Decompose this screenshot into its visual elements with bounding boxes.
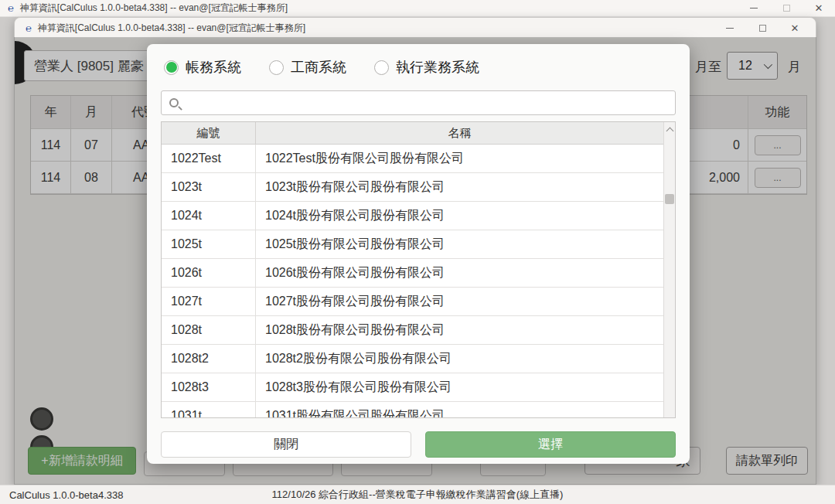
search-box — [161, 90, 676, 115]
company-name: 1028t2股份有限公司股份有限公司 — [256, 345, 663, 373]
radio-accounting-system[interactable]: 帳務系統 — [164, 58, 241, 77]
company-name: 1027t股份有限公司股份有限公司 — [256, 288, 663, 315]
company-code: 1027t — [162, 288, 256, 315]
close-button[interactable]: ✕ — [803, 0, 835, 16]
maximize-icon — [783, 5, 790, 12]
status-bar: 112/10/26 綜合行政組--營業稅電子申報繳稅作業講習會(線上直播) Ca… — [0, 485, 835, 504]
company-row[interactable]: 1028t2 1028t2股份有限公司股份有限公司 — [162, 345, 663, 373]
modal-button-row: 關閉 選擇 — [161, 431, 676, 458]
maximize-button[interactable] — [770, 0, 803, 16]
company-list-body: 1022Test 1022Test股份有限公司股份有限公司 1023t 1023… — [162, 145, 663, 418]
close-icon: ✕ — [815, 3, 823, 13]
radio-label: 帳務系統 — [186, 58, 241, 77]
col-header-name: 名稱 — [256, 122, 663, 144]
company-name: 1026t股份有限公司股份有限公司 — [256, 259, 663, 287]
app-logo-icon: ℮ — [8, 2, 14, 14]
company-list-inner: 編號 名稱 1022Test 1022Test股份有限公司股份有限公司 1023… — [162, 122, 663, 418]
minimize-button[interactable] — [738, 0, 770, 16]
minimize-button[interactable] — [714, 18, 746, 38]
company-row[interactable]: 1025t 1025t股份有限公司股份有限公司 — [162, 230, 663, 259]
outer-window-title: 神算資訊[CalCulus 1.0.0-beta4.338] -- evan@[… — [20, 2, 288, 15]
company-code: 1031t — [162, 402, 256, 418]
company-row[interactable]: 1028t3 1028t3股份有限公司股份有限公司 — [162, 373, 663, 402]
close-dialog-button[interactable]: 關閉 — [161, 431, 411, 458]
search-input[interactable] — [179, 91, 675, 114]
company-list-header: 編號 名稱 — [162, 122, 663, 145]
company-row[interactable]: 1026t 1026t股份有限公司股份有限公司 — [162, 259, 663, 288]
outer-titlebar: ℮ 神算資訊[CalCulus 1.0.0-beta4.338] -- evan… — [0, 0, 835, 17]
radio-icon — [269, 60, 284, 75]
status-announcement: 112/10/26 綜合行政組--營業稅電子申報繳稅作業講習會(線上直播) — [0, 488, 835, 502]
radio-icon — [164, 60, 179, 75]
company-row[interactable]: 1027t 1027t股份有限公司股份有限公司 — [162, 288, 663, 316]
company-code: 1028t — [162, 316, 256, 344]
scroll-up-icon[interactable] — [666, 128, 673, 135]
company-row[interactable]: 1022Test 1022Test股份有限公司股份有限公司 — [162, 145, 663, 173]
company-row[interactable]: 1031t 1031t股份有限公司股份有限公司 — [162, 402, 663, 418]
company-row[interactable]: 1028t 1028t股份有限公司股份有限公司 — [162, 316, 663, 345]
app-logo-icon: ℮ — [26, 22, 32, 34]
company-name: 1028t股份有限公司股份有限公司 — [256, 316, 663, 344]
list-scrollbar[interactable] — [663, 122, 675, 417]
company-name: 1028t3股份有限公司股份有限公司 — [256, 373, 663, 401]
radio-professional-practice-system[interactable]: 執行業務系統 — [374, 58, 479, 77]
company-code: 1026t — [162, 259, 256, 287]
company-row[interactable]: 1024t 1024t股份有限公司股份有限公司 — [162, 202, 663, 230]
company-code: 1022Test — [162, 145, 256, 172]
col-header-code: 編號 — [162, 122, 256, 144]
scrollbar-thumb[interactable] — [665, 194, 674, 204]
close-icon: ✕ — [791, 23, 799, 33]
company-name: 1031t股份有限公司股份有限公司 — [256, 402, 663, 418]
outer-window-controls: ✕ — [738, 0, 835, 16]
status-version: CalCulus 1.0.0-beta4.338 — [9, 489, 123, 501]
minimize-icon — [726, 28, 734, 29]
radio-icon — [374, 60, 389, 75]
company-code: 1028t3 — [162, 373, 256, 401]
inner-window-title: 神算資訊[CalCulus 1.0.0-beta4.338] -- evan@[… — [38, 22, 305, 35]
maximize-icon — [759, 25, 766, 32]
company-code: 1028t2 — [162, 345, 256, 373]
radio-label: 工商系統 — [291, 58, 346, 77]
company-name: 1024t股份有限公司股份有限公司 — [256, 202, 663, 230]
company-name: 1023t股份有限公司股份有限公司 — [256, 173, 663, 201]
select-button[interactable]: 選擇 — [425, 431, 676, 458]
company-picker-dialog: 帳務系統 工商系統 執行業務系統 編號 名稱 — [147, 44, 690, 464]
company-name: 1022Test股份有限公司股份有限公司 — [256, 145, 663, 172]
search-icon — [169, 98, 179, 107]
company-name: 1025t股份有限公司股份有限公司 — [256, 230, 663, 258]
minimize-icon — [750, 8, 758, 9]
company-list: 編號 名稱 1022Test 1022Test股份有限公司股份有限公司 1023… — [161, 121, 676, 418]
radio-label: 執行業務系統 — [396, 58, 479, 77]
maximize-button[interactable] — [746, 18, 779, 38]
company-code: 1023t — [162, 173, 256, 201]
screen: ℮ 神算資訊[CalCulus 1.0.0-beta4.338] -- evan… — [0, 0, 835, 504]
company-code: 1025t — [162, 230, 256, 258]
close-button[interactable]: ✕ — [779, 18, 811, 38]
inner-titlebar: ℮ 神算資訊[CalCulus 1.0.0-beta4.338] -- evan… — [15, 18, 816, 38]
inner-window-controls: ✕ — [714, 18, 811, 38]
company-code: 1024t — [162, 202, 256, 230]
radio-business-registration-system[interactable]: 工商系統 — [269, 58, 346, 77]
system-radio-group: 帳務系統 工商系統 執行業務系統 — [164, 58, 479, 77]
company-row[interactable]: 1023t 1023t股份有限公司股份有限公司 — [162, 173, 663, 202]
